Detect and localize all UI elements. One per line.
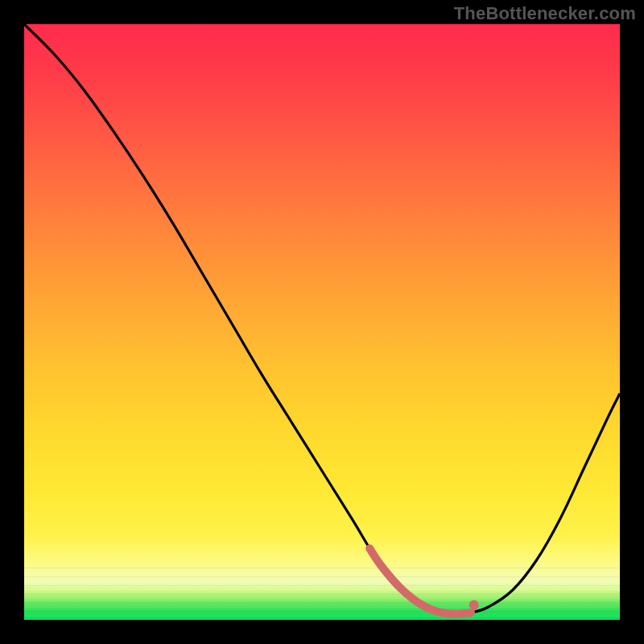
svg-rect-3	[24, 576, 620, 577]
plot-frame	[24, 24, 620, 620]
chart-container: TheBottlenecker.com	[0, 0, 644, 644]
gradient-background	[24, 24, 620, 620]
svg-rect-0	[24, 564, 620, 564]
svg-rect-12	[24, 616, 620, 617]
svg-rect-2	[24, 572, 620, 573]
chart-svg	[24, 24, 620, 620]
svg-rect-7	[24, 594, 620, 595]
svg-rect-11	[24, 611, 620, 612]
highlight-dot	[469, 601, 479, 610]
watermark-text: TheBottlenecker.com	[454, 3, 636, 24]
svg-rect-4	[24, 580, 620, 581]
svg-rect-6	[24, 589, 620, 590]
svg-rect-10	[24, 607, 620, 608]
svg-rect-8	[24, 598, 620, 599]
svg-rect-5	[24, 585, 620, 586]
svg-rect-9	[24, 602, 620, 603]
